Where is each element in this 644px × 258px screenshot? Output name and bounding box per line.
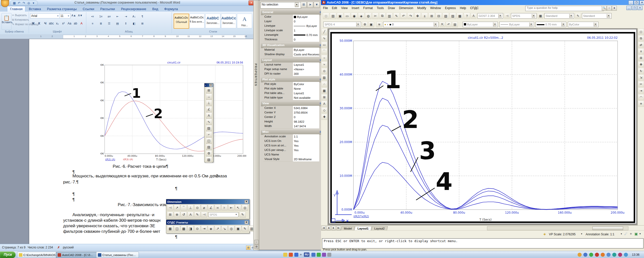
modify-tool-icon[interactable]: ✥ <box>638 61 644 68</box>
mleader-style-icon[interactable]: ✎ <box>575 13 581 19</box>
modify-tool-icon[interactable]: ⊞ <box>638 55 644 61</box>
paragraph-button-r2-2[interactable]: ☰ <box>105 21 113 26</box>
start-button[interactable]: Пуск <box>0 251 16 258</box>
zoom-window-icon[interactable]: ⊞ <box>428 13 435 19</box>
draw-tool-icon[interactable]: ╱ <box>321 29 327 35</box>
menu-item[interactable]: View <box>339 6 350 10</box>
chevron-down-icon[interactable]: ▾ <box>639 232 641 235</box>
property-value[interactable]: 1 <box>293 28 319 33</box>
layer-states-icon[interactable]: ▤ <box>452 22 458 27</box>
style-card[interactable]: AaBbCЗаголово... <box>205 14 220 28</box>
property-value[interactable]: <None> <box>293 67 319 72</box>
browser-icon[interactable] <box>289 253 293 257</box>
paragraph-button-r2-3[interactable]: ▤ <box>113 21 122 26</box>
menu-item[interactable]: СПДС <box>468 6 481 10</box>
menu-item[interactable]: Tools <box>375 6 386 10</box>
spds-se-icon[interactable]: ↘ <box>221 225 228 232</box>
zoom-realtime-icon[interactable]: ± <box>421 13 428 19</box>
tray-icon[interactable] <box>327 253 331 257</box>
task-button[interactable]: AutoCAD 2008 - [C:\З... <box>56 252 99 258</box>
floating-toolbar-titlebar[interactable]: ▪✕ <box>205 83 213 87</box>
paragraph-button-r2-5[interactable]: ◧ <box>130 21 138 26</box>
help-search-input[interactable]: Type a question for help <box>525 6 604 11</box>
spds-box-icon[interactable]: ▣ <box>235 225 241 232</box>
paste-icon[interactable]: ▥ <box>386 13 393 19</box>
doc-restore-button[interactable]: ❐ <box>632 6 637 10</box>
property-value[interactable]: 0 <box>293 37 319 42</box>
property-value[interactable]: Layout1 <box>293 91 319 95</box>
font-style-button-5[interactable]: x² <box>60 21 66 26</box>
property-value[interactable]: 98.1822 <box>293 119 319 124</box>
draw-tool-icon[interactable]: ○ <box>321 55 327 61</box>
draw-tool-icon[interactable]: ◇ <box>321 107 327 113</box>
draw-tool-icon[interactable]: ▦ <box>321 88 327 94</box>
word-tab[interactable]: Рассылки <box>98 6 118 12</box>
hatch-icon[interactable]: ▨ <box>206 125 212 131</box>
view-mode-button[interactable]: ▤ <box>246 245 251 250</box>
property-dropdown[interactable]: ByLayer▼ <box>499 22 534 27</box>
modify-tool-icon[interactable]: ≡ <box>638 48 644 54</box>
property-value[interactable] <box>293 152 319 157</box>
pan-icon[interactable]: ✥ <box>414 13 421 19</box>
markup-icon[interactable]: ▨ <box>450 13 456 19</box>
angle-icon[interactable]: ∠ <box>206 106 212 112</box>
layer-dropdown[interactable]: ● ◐ ■ 0▼ <box>383 22 438 27</box>
style-dropdown[interactable]: SPDS▼ <box>511 13 537 19</box>
open-file-icon[interactable]: ▤ <box>330 13 336 19</box>
word-count[interactable]: Число слов: 2 234 <box>28 246 53 249</box>
modify-tool-icon[interactable]: ◠ <box>638 94 644 100</box>
paragraph-button-r1-6[interactable]: ¶ <box>138 14 146 19</box>
menu-item[interactable]: Dimension <box>397 6 415 10</box>
autohide-button[interactable]: ⇔ <box>254 240 259 244</box>
property-value[interactable]: 3750.8504 <box>293 110 319 115</box>
property-value[interactable]: 0 <box>293 115 319 119</box>
layout-hscrollbar[interactable] <box>487 226 628 230</box>
property-value[interactable]: Yes <box>293 143 319 148</box>
doc-close-button[interactable]: ✕ <box>637 6 642 10</box>
dim-edit-icon[interactable]: ✎ <box>194 212 200 218</box>
spds-circle-icon[interactable]: ⊙ <box>194 225 200 232</box>
dim-update-icon[interactable]: ✎ <box>239 212 246 218</box>
chevron-down-icon[interactable]: ▼ <box>620 233 622 235</box>
property-value[interactable]: Yes <box>293 139 319 143</box>
paragraph-button-r1-4[interactable]: ⇥ <box>122 14 130 19</box>
status-tray-icon[interactable]: ▣ <box>634 232 638 236</box>
spds-diamond-icon[interactable]: ◈ <box>208 225 214 232</box>
modify-tool-icon[interactable]: ⧉ <box>638 35 644 41</box>
paragraph-button-r1-5[interactable]: А↓ <box>130 14 138 19</box>
draw-tool-icon[interactable]: ✚ <box>321 114 327 120</box>
property-value[interactable]: ByLayer <box>293 15 319 19</box>
close-icon[interactable]: ✕ <box>245 221 248 224</box>
spds-settings-icon[interactable]: ⚙ <box>362 22 368 27</box>
property-value[interactable]: Layout1 <box>293 62 319 67</box>
property-value[interactable]: Casts and Receives Sh... <box>293 52 319 57</box>
dim-tolerance-icon[interactable]: ⊞ <box>167 212 173 218</box>
modify-tool-icon[interactable]: ✂ <box>638 81 644 87</box>
vp-scale-label[interactable]: VP Scale: 2.076295 <box>549 233 576 236</box>
dim-aligned-icon[interactable]: ↗ <box>174 205 180 211</box>
spds-grid-icon[interactable]: ▦ <box>167 225 173 232</box>
draw-tool-icon[interactable]: ≈ <box>321 61 327 68</box>
spds-utilities-toolbar[interactable]: СПДС Утилиты✕▦◫▩◨⊙⇥◈↗↘◎▣✎▥ <box>166 220 250 233</box>
dim-center2-icon[interactable]: ⊕ <box>174 212 180 218</box>
dim-radius-icon[interactable]: ⊙ <box>194 205 200 211</box>
property-value[interactable]: 2D Wireframe <box>293 157 319 162</box>
paragraph-button-r1-3[interactable]: ⇤ <box>113 14 122 19</box>
close-icon[interactable]: ✕ <box>209 84 213 87</box>
spds-dropdown[interactable]: SPDS 4▼ <box>323 22 361 27</box>
tray-icon[interactable] <box>589 253 593 257</box>
make-layer-current-icon[interactable]: ⇱ <box>439 22 445 27</box>
property-value[interactable]: Yes <box>293 148 319 152</box>
font-size-dropdown[interactable]: 11▼ <box>59 13 70 18</box>
chevron-down-icon[interactable]: ▼ <box>581 233 583 235</box>
dim-center-icon[interactable]: ◎ <box>242 205 248 211</box>
word-tab[interactable]: Рецензирование <box>118 6 149 12</box>
layout-tab[interactable]: Layout1 <box>354 226 372 231</box>
paragraph-button-r2-6[interactable]: ⊞ <box>138 21 146 26</box>
word-tab[interactable]: Разметка страницы <box>44 6 79 12</box>
annotation-scale-label[interactable]: Annotation Scale: 1:1 <box>586 233 614 236</box>
property-dropdown[interactable]: ByLayer▼ <box>463 22 498 27</box>
plot-preview-icon[interactable]: ◉ <box>351 13 357 19</box>
tray-icon[interactable] <box>311 253 315 257</box>
font-style-button-7[interactable]: ab <box>72 21 78 26</box>
